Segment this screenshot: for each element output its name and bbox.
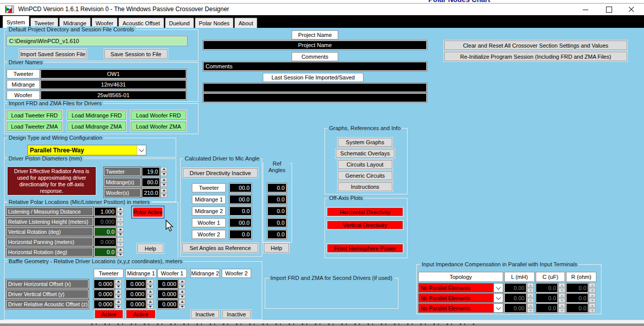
mic-angle-help-button[interactable]: Help [264, 243, 289, 253]
piston-tweeter-spinner[interactable] [160, 167, 167, 176]
last-session-field-1 [203, 83, 427, 92]
baffle-woofer2-inactive-button[interactable]: Inactive [222, 310, 251, 318]
impedance-r-spinner-1 [589, 283, 595, 293]
mic-angle-midrange1-label: Midrange 1 [192, 195, 226, 204]
project-directory-field[interactable]: C:\Designs\WinPCD_v1.610 [7, 36, 187, 46]
horizontal-rotation-field[interactable]: 0.0 [94, 248, 116, 257]
driver-directivity-button[interactable]: Driver Directivity Inactive [183, 168, 258, 178]
circuits-layout-button[interactable]: Circuits Layout [338, 160, 392, 169]
tab-polar-nodes[interactable]: Polar Nodes [195, 18, 234, 28]
maximize-button[interactable] [597, 4, 621, 16]
baffle-y-midrange1-spinner[interactable] [147, 290, 153, 299]
baffle-z-tweeter-spinner[interactable] [115, 300, 122, 309]
instructions-button[interactable]: Instructions [338, 182, 392, 191]
system-graphs-button[interactable]: System Graphs [338, 138, 392, 147]
baffle-y-tweeter-spinner[interactable] [115, 290, 122, 299]
impedance-r-spinner-3 [589, 303, 595, 313]
import-session-button[interactable]: Import Saved Session File [19, 49, 87, 59]
baffle-y-woofer1-spinner[interactable] [179, 290, 185, 299]
vertical-rotation-label: Vertical Rotation (deg) [6, 227, 93, 236]
design-type-dropdown[interactable]: Parallel Three-Way [27, 145, 146, 155]
clear-reset-button[interactable]: Clear and Reset All Crossover Section Se… [444, 40, 627, 50]
baffle-x-woofer1-spinner[interactable] [179, 279, 185, 289]
piston-woofer-spinner[interactable] [160, 188, 167, 197]
set-angles-reference-button[interactable]: Set Angles as Reference [182, 243, 258, 253]
baffle-z-midrange1-field[interactable]: 0.000 [126, 300, 146, 309]
baffle-row-z-label: Driver Relative Acoustic Offset (z) [6, 300, 89, 309]
horizontal-directivity-button[interactable]: Horizontal Directivity [327, 208, 403, 216]
baffle-z-tweeter-field[interactable]: 0.000 [94, 300, 114, 309]
winpcd-window: Polar Nodes Chart WinPCD Version 1.6.1 R… [0, 0, 644, 326]
mic-angle-woofer1-value: 00.0 [229, 218, 252, 227]
polar-group-label: Relative Polar Locations (Mic/Listener P… [7, 199, 151, 205]
project-name-field[interactable]: Project Name [203, 40, 427, 50]
vertical-rotation-spinner[interactable] [117, 227, 124, 236]
baffle-y-midrange1-field[interactable]: 0.000 [126, 290, 146, 299]
piston-woofer-label: Woofer(s) [104, 188, 141, 197]
baffle-x-midrange1-field[interactable]: 0.000 [126, 279, 146, 289]
impedance-c-field-1: 0.0 [536, 283, 558, 293]
impedance-c-spinner-1 [558, 283, 565, 293]
mic-angle-midrange2-value: 0.0 [229, 207, 252, 216]
impedance-topology-dropdown-3[interactable]: No Parallel Elements [418, 303, 503, 313]
woofer-name-label: Woofer [7, 91, 40, 100]
impedance-header-c: C (uF) [536, 272, 565, 282]
baffle-z-midrange1-spinner[interactable] [147, 300, 153, 309]
baffle-tweeter-active-button[interactable]: Active [95, 310, 123, 318]
woofer-name-field[interactable]: 25w/8565-01 [41, 91, 186, 100]
listening-distance-field[interactable]: 1.000 [94, 207, 116, 216]
save-session-button[interactable]: Save Session to File [104, 49, 168, 59]
load-tweeter-zma-button[interactable]: Load Tweeter ZMA [7, 121, 62, 131]
load-midrange-zma-button[interactable]: Load Midrange ZMA [67, 121, 126, 131]
impedance-l-field-2: 0.00 [504, 293, 527, 303]
baffle-midrange2-inactive-button[interactable]: Inactive [191, 310, 219, 318]
impedance-l-spinner-3 [527, 303, 534, 313]
impedance-topology-dropdown-2[interactable]: No Parallel Elements [418, 293, 503, 303]
baffle-col-midrange2: Midrange 2 [190, 269, 220, 278]
last-session-label: Last Session File Imported/Saved [263, 73, 364, 82]
baffle-col-woofer1: Woofer 1 [157, 269, 187, 278]
baffle-x-tweeter-field[interactable]: 0.000 [94, 279, 114, 289]
front-hemisphere-power-button[interactable]: Front Hemisphere Power [327, 244, 403, 253]
load-midrange-frd-button[interactable]: Load Midrange FRD [67, 110, 126, 120]
impedance-l-spinner-1 [527, 283, 534, 293]
vertical-rotation-field[interactable]: 0.0 [94, 227, 116, 236]
polar-active-button[interactable]: Polar Active [131, 206, 165, 219]
baffle-y-tweeter-field[interactable]: 0.000 [94, 290, 114, 299]
minimize-button[interactable] [574, 4, 597, 16]
tweeter-name-field[interactable]: OW1 [41, 69, 186, 78]
impedance-r-field-2: 0.0 [566, 293, 588, 303]
piston-midrange-field[interactable]: 80.0 [142, 178, 160, 187]
baffle-x-woofer1-field[interactable]: 0.000 [157, 279, 178, 289]
close-button[interactable] [620, 4, 643, 16]
tab-about[interactable]: About [234, 18, 257, 28]
comments-field[interactable]: Comments [203, 62, 427, 71]
load-tweeter-frd-button[interactable]: Load Tweeter FRD [7, 110, 62, 120]
vertical-directivity-button[interactable]: Vertical Directivity [327, 221, 403, 229]
polar-help-button[interactable]: Help [137, 243, 164, 253]
listening-distance-spinner[interactable] [117, 207, 124, 216]
import-files-group-label: Import FRD and ZMA Files for Drivers [7, 100, 103, 106]
piston-midrange-spinner[interactable] [160, 178, 167, 187]
horizontal-rotation-spinner[interactable] [117, 248, 124, 257]
ref-angle-tweeter-value: 0.0 [267, 183, 287, 192]
piston-midrange-label: Midrange(s) [104, 178, 141, 187]
chevron-down-icon [494, 283, 503, 292]
load-woofer-zma-button[interactable]: Load Woofer ZMA [131, 121, 186, 131]
load-woofer-frd-button[interactable]: Load Woofer FRD [131, 110, 186, 120]
baffle-y-woofer1-field[interactable]: 0.000 [157, 290, 178, 299]
baffle-z-woofer1-spinner[interactable] [179, 300, 185, 309]
title-bar: WinPCD Version 1.6.1 Revision 0 - The Wi… [0, 3, 644, 16]
piston-tweeter-field[interactable]: 19.0 [142, 167, 160, 176]
piston-woofer-field[interactable]: 210.0 [142, 188, 160, 197]
midrange-name-field[interactable]: 12m/4631 [41, 80, 186, 89]
baffle-x-midrange1-spinner[interactable] [147, 279, 153, 289]
generic-circuits-button[interactable]: Generic Circuits [338, 171, 392, 180]
schematic-overlays-button[interactable]: Schematic Overlays [336, 149, 394, 158]
baffle-z-woofer1-field[interactable]: 0.000 [157, 300, 178, 309]
reinitialize-button[interactable]: Re-Initialize Program Session (Including… [444, 52, 627, 61]
baffle-x-tweeter-spinner[interactable] [115, 279, 122, 289]
tab-duelund[interactable]: Duelund [165, 18, 194, 28]
impedance-topology-dropdown-1[interactable]: No Parallel Elements [418, 283, 503, 293]
baffle-midrange1-active-button[interactable]: Active [126, 310, 155, 318]
